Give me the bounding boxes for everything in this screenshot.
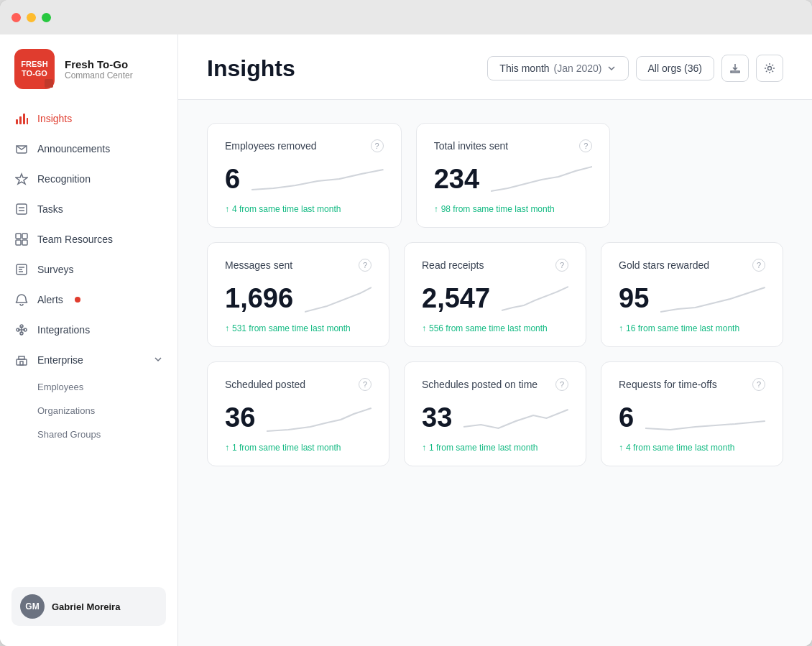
sparkline-chart [463,400,568,435]
main-content: Insights This month (Jan 2020) All orgs … [178,34,812,646]
tasks-label: Tasks [37,203,63,215]
card-change: ↑ 4 from same time last month [619,443,765,453]
card-header: Scheduled posted ? [225,378,372,391]
sidebar-item-announcements[interactable]: Announcements [0,134,177,164]
sidebar-item-insights[interactable]: Insights [0,103,177,134]
logo-text-line2: TO-GO [22,69,47,78]
download-icon [729,63,741,74]
app-body: FRESH TO-GO Fresh To-Go Command Center [0,34,812,646]
announcements-icon [14,142,29,156]
settings-icon [764,63,775,74]
card-employees-removed: Employees removed ? 6 ↑ [207,123,402,228]
sidebar-item-surveys[interactable]: Surveys [0,254,177,285]
sidebar: FRESH TO-GO Fresh To-Go Command Center [0,34,178,646]
sidebar-subitem-organizations[interactable]: Organizations [37,399,177,423]
sidebar-item-recognition[interactable]: Recognition [0,164,177,194]
card-change: ↑ 1 from same time last month [225,443,372,453]
brand-name: Fresh To-Go [65,58,133,70]
info-icon[interactable]: ? [359,259,372,272]
tasks-icon [14,202,29,216]
card-body: 2,547 [422,280,568,316]
card-value: 33 [422,404,452,431]
surveys-icon [14,262,29,277]
cards-row-2: Messages sent ? 1,696 ↑ [207,242,783,347]
period-label: This month [499,63,549,74]
info-icon[interactable]: ? [752,259,765,272]
svg-rect-9 [22,234,27,239]
nav: Insights Announcements [0,103,177,576]
period-selector[interactable]: This month (Jan 2020) [487,56,628,80]
logo-text-line1: FRESH [21,60,47,69]
sidebar-subitem-shared-groups[interactable]: Shared Groups [37,423,177,446]
card-title: Messages sent [225,259,292,271]
sidebar-item-tasks[interactable]: Tasks [0,194,177,224]
download-button[interactable] [721,55,749,82]
svg-rect-3 [27,118,28,124]
info-icon[interactable]: ? [555,378,568,391]
settings-button[interactable] [756,55,783,82]
card-schedules-posted-on-time: Schedules posted on time ? 33 [404,361,586,466]
alerts-icon [14,292,29,307]
svg-rect-22 [20,361,23,365]
svg-rect-2 [23,114,25,124]
card-header: Employees removed ? [225,139,384,152]
svg-rect-11 [22,240,27,245]
info-icon[interactable]: ? [371,139,384,152]
sidebar-item-alerts[interactable]: Alerts [0,285,177,315]
enterprise-label: Enterprise [37,354,83,366]
sidebar-item-team-resources[interactable]: Team Resources [0,224,177,254]
team-resources-label: Team Resources [37,234,113,245]
card-change: ↑ 531 from same time last month [225,323,372,333]
card-body: 234 [434,161,593,197]
recognition-label: Recognition [37,173,91,185]
info-icon[interactable]: ? [752,378,765,391]
svg-rect-8 [16,234,21,239]
sidebar-subitem-employees[interactable]: Employees [37,375,177,399]
recognition-icon [14,172,29,186]
card-value: 6 [619,404,634,431]
user-card[interactable]: GM Gabriel Moreira [11,587,166,626]
orgs-selector[interactable]: All orgs (36) [636,56,714,80]
maximize-button[interactable] [42,13,51,22]
card-title: Employees removed [225,140,317,152]
card-header: Gold stars rewarded ? [619,259,765,272]
card-value: 6 [225,165,240,193]
svg-rect-10 [16,240,21,245]
logo: FRESH TO-GO [14,49,55,89]
card-read-receipts: Read receipts ? 2,547 ↑ [404,242,586,347]
alerts-dot [75,297,80,303]
sidebar-item-enterprise[interactable]: Enterprise [0,345,177,375]
card-body: 95 [619,280,765,316]
orgs-label: All orgs (36) [648,63,702,74]
enterprise-subnav: Employees Organizations Shared Groups [0,375,177,446]
info-icon[interactable]: ? [555,259,568,272]
card-change: ↑ 4 from same time last month [225,204,384,214]
sparkline-chart [252,161,384,197]
sparkline-chart [660,280,765,316]
close-button[interactable] [11,13,21,22]
user-name: Gabriel Moreira [52,601,120,612]
info-icon[interactable]: ? [359,378,372,391]
svg-rect-20 [17,359,27,365]
svg-rect-1 [19,116,22,124]
enterprise-icon [14,353,29,367]
sparkline-chart [305,280,372,316]
integrations-label: Integrations [37,324,90,336]
sidebar-item-integrations[interactable]: Integrations [0,315,177,345]
period-chevron-icon [606,63,617,73]
cards-row-3: Scheduled posted ? 36 ↑ [207,361,783,466]
card-value: 2,547 [422,285,490,312]
info-icon[interactable]: ? [579,139,592,152]
card-body: 1,696 [225,280,372,316]
card-value: 95 [619,285,649,312]
card-header: Read receipts ? [422,259,568,272]
sparkline-chart [502,280,568,316]
svg-point-23 [768,67,772,70]
card-header: Schedules posted on time ? [422,378,568,391]
card-value: 1,696 [225,285,293,312]
surveys-label: Surveys [37,264,74,275]
minimize-button[interactable] [27,13,36,22]
period-value: (Jan 2020) [554,63,602,74]
card-scheduled-posted: Scheduled posted ? 36 ↑ [207,361,389,466]
card-title: Requests for time-offs [619,379,717,390]
